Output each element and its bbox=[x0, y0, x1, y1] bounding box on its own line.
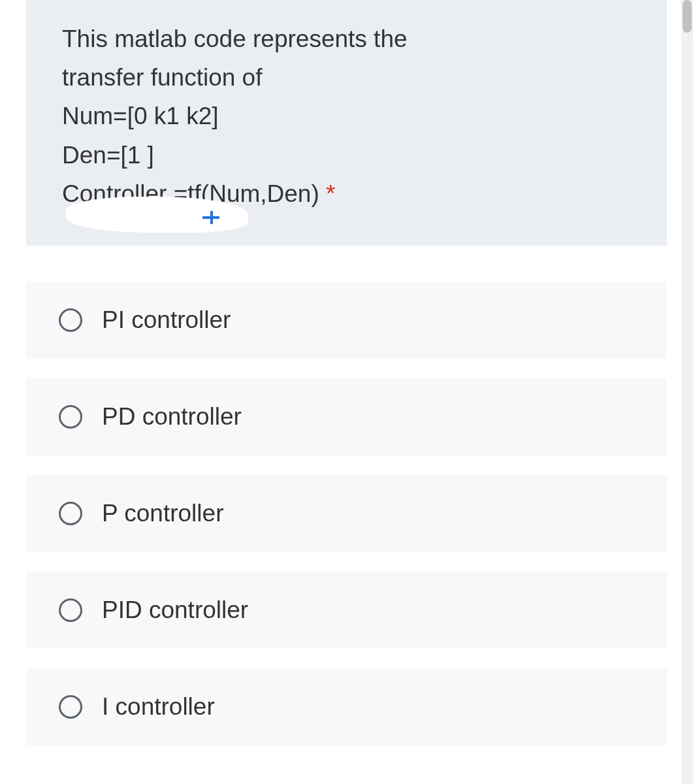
radio-icon[interactable] bbox=[59, 405, 82, 429]
option-pid-controller[interactable]: PID controller bbox=[26, 572, 667, 649]
option-label: PD controller bbox=[102, 403, 242, 431]
main-container: This matlab code represents the transfer… bbox=[0, 0, 693, 745]
radio-icon[interactable] bbox=[59, 308, 82, 332]
scrollbar-thumb[interactable] bbox=[683, 0, 692, 33]
cursor-icon bbox=[202, 210, 222, 226]
option-label: PI controller bbox=[102, 306, 231, 334]
question-line-4: Den=[1 ] bbox=[62, 136, 631, 174]
option-pi-controller[interactable]: PI controller bbox=[26, 282, 667, 359]
option-p-controller[interactable]: P controller bbox=[26, 475, 667, 552]
option-i-controller[interactable]: I controller bbox=[26, 668, 667, 745]
required-asterisk: * bbox=[326, 180, 335, 207]
radio-icon[interactable] bbox=[59, 598, 82, 622]
option-label: I controller bbox=[102, 693, 215, 721]
option-pd-controller[interactable]: PD controller bbox=[26, 378, 667, 455]
radio-icon[interactable] bbox=[59, 695, 82, 719]
option-label: PID controller bbox=[102, 596, 248, 624]
option-label: P controller bbox=[102, 500, 223, 527]
options-list: PI controller PD controller P controller… bbox=[26, 282, 667, 745]
question-line-1: This matlab code represents the bbox=[62, 20, 631, 58]
question-line-2: transfer function of bbox=[62, 58, 631, 97]
question-box: This matlab code represents the transfer… bbox=[26, 0, 667, 246]
radio-icon[interactable] bbox=[59, 502, 82, 525]
scrollbar-track[interactable] bbox=[681, 0, 693, 784]
question-line-3: Num=[0 k1 k2] bbox=[62, 97, 631, 135]
